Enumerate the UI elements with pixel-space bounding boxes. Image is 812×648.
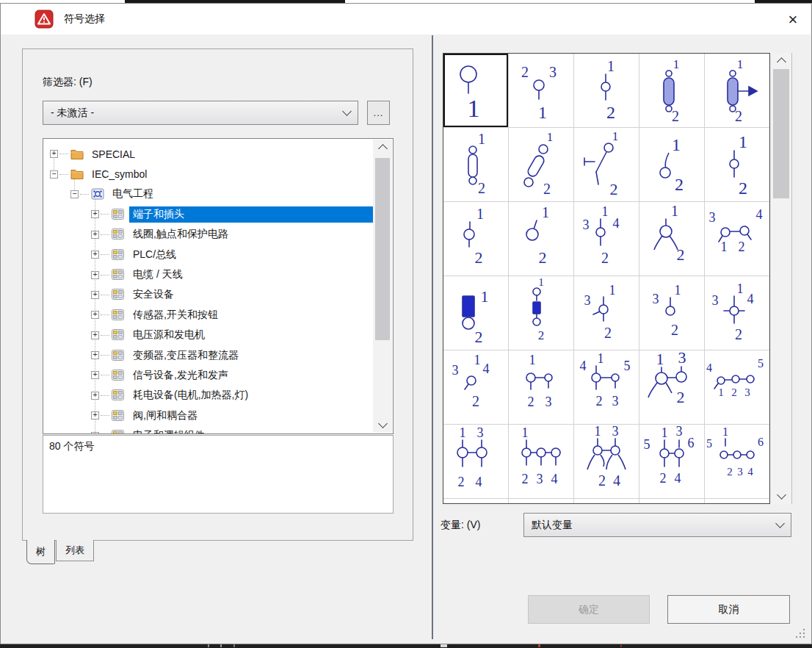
symbol-cell-terminal-1pin[interactable]: 12 bbox=[509, 202, 573, 276]
expand-icon[interactable]: + bbox=[91, 291, 99, 299]
symbol-cell-fuse-outline[interactable]: 12 bbox=[443, 128, 508, 201]
symbol-cell-clipped[interactable] bbox=[574, 499, 639, 504]
symbol-cell-terminal-4pin[interactable]: 3142 bbox=[574, 202, 639, 276]
symbol-cell-terminal-cross[interactable]: 3142 bbox=[705, 276, 769, 350]
symbol-cell-bridge-fork[interactable]: 132 bbox=[639, 350, 704, 424]
symbol-cell-clipped[interactable] bbox=[509, 499, 573, 504]
symbol-cell-terminal-curved[interactable]: 12 bbox=[639, 128, 704, 201]
symbol-cell-block-terminal[interactable]: 12 bbox=[443, 276, 508, 350]
ok-button[interactable]: 确定 bbox=[528, 595, 650, 624]
symbol-cell-clipped[interactable] bbox=[705, 499, 769, 504]
scroll-up-icon[interactable] bbox=[373, 140, 392, 154]
symbol-cell-fuse-terminal-arrow[interactable]: 12 bbox=[705, 54, 769, 127]
close-icon[interactable]: × bbox=[780, 9, 806, 31]
symbol-cell-terminal-3lbl[interactable]: 312 bbox=[639, 276, 704, 350]
symbol-cell-bridge-forks[interactable]: 1324 bbox=[574, 425, 639, 498]
title-bar[interactable]: 符号选择 bbox=[1, 4, 811, 35]
tree-item[interactable]: −电气工程 bbox=[44, 184, 374, 204]
tree-item-label[interactable]: 变频器,变压器和整流器 bbox=[129, 348, 242, 364]
symbol-cell-terminal-fork[interactable]: 12 bbox=[639, 202, 704, 276]
tree-item[interactable]: +电子和逻辑组件 bbox=[44, 425, 374, 433]
grid-scrollbar[interactable] bbox=[771, 53, 792, 504]
expand-icon[interactable]: + bbox=[91, 210, 99, 218]
symbol-cell-terminal-34[interactable]: 3142 bbox=[443, 350, 508, 424]
tab-tree[interactable]: 树 bbox=[26, 540, 55, 564]
expand-icon[interactable]: + bbox=[91, 251, 99, 259]
collapse-icon[interactable]: − bbox=[70, 190, 79, 198]
tree-item[interactable]: +阀,闸和耦合器 bbox=[44, 406, 374, 425]
tree-item[interactable]: +端子和插头 bbox=[44, 204, 374, 224]
expand-icon[interactable]: + bbox=[91, 231, 99, 239]
tree-item-label[interactable]: 电压源和发电机 bbox=[129, 327, 209, 343]
symbol-cell-bridge-2[interactable]: 123 bbox=[509, 350, 573, 424]
expand-icon[interactable]: + bbox=[91, 351, 99, 359]
symbol-cell-bridge-3-56[interactable]: 516234 bbox=[705, 425, 769, 498]
symbol-cell-terminal-2pin[interactable]: 12 bbox=[574, 54, 639, 127]
tree-item-label[interactable]: 阀,闸和耦合器 bbox=[129, 408, 201, 424]
filter-dropdown[interactable]: - 未激活 - bbox=[43, 101, 358, 125]
symbol-cell-clipped[interactable] bbox=[639, 499, 704, 504]
expand-icon[interactable]: + bbox=[91, 331, 99, 339]
tree-item[interactable]: +传感器,开关和按钮 bbox=[44, 305, 374, 325]
tree-item[interactable]: −IEC_symbol bbox=[44, 164, 374, 184]
resize-grip[interactable] bbox=[793, 627, 806, 639]
expand-icon[interactable]: + bbox=[91, 392, 99, 400]
scroll-down-icon[interactable] bbox=[771, 489, 791, 504]
tree-scrollbar-thumb[interactable] bbox=[375, 158, 390, 340]
expand-icon[interactable]: + bbox=[91, 411, 99, 420]
symbol-cell-block-chain[interactable]: 12 bbox=[509, 276, 573, 350]
expand-icon[interactable]: + bbox=[91, 271, 99, 279]
symbol-cell-bridge-2-45[interactable]: 41523 bbox=[574, 350, 639, 424]
collapse-icon[interactable]: − bbox=[50, 170, 58, 179]
symbol-cell-terminal-2pin-c[interactable]: 12 bbox=[443, 202, 508, 276]
tree-item-label[interactable]: 传感器,开关和按钮 bbox=[129, 307, 222, 323]
svg-text:2: 2 bbox=[731, 386, 737, 398]
symbol-cell-terminal-pair[interactable]: 3412 bbox=[705, 202, 769, 276]
symbol-cell-bridge-3[interactable]: 45123 bbox=[705, 350, 769, 424]
symbol-cell-terminal-3pin[interactable]: 231 bbox=[509, 54, 573, 127]
tree-item[interactable]: +电压源和发电机 bbox=[44, 325, 374, 345]
tree-scrollbar[interactable] bbox=[373, 140, 392, 433]
tree-item-label[interactable]: 电气工程 bbox=[109, 186, 157, 202]
symbol-cell-terminal-2pin-b[interactable]: 12 bbox=[705, 128, 769, 201]
tree-item-label[interactable]: 安全设备 bbox=[129, 287, 178, 303]
filter-browse-button[interactable]: ... bbox=[367, 101, 390, 125]
tree-item-label[interactable]: 耗电设备(电机,加热器,灯) bbox=[129, 387, 252, 403]
tree-item-label[interactable]: 信号设备,发光和发声 bbox=[129, 367, 232, 384]
tree-item-label[interactable]: 电子和逻辑组件 bbox=[129, 428, 209, 433]
symbol-cell-terminal-tick[interactable]: 312 bbox=[574, 276, 639, 350]
symbol-cell-fuse-terminal[interactable]: 12 bbox=[639, 54, 704, 127]
symbol-cell-fuse-diagonal[interactable]: 12 bbox=[509, 128, 573, 201]
tree-item[interactable]: +电缆 / 天线 bbox=[44, 264, 374, 284]
tree-item-label[interactable]: SPECIAL bbox=[88, 147, 139, 162]
symbol-cell-terminal-single[interactable]: 1 bbox=[443, 54, 508, 127]
tree-item[interactable]: +PLC/总线 bbox=[44, 245, 374, 264]
tree-item[interactable]: +SPECIAL bbox=[44, 144, 374, 164]
symbol-cell-bridge-56[interactable]: 513624 bbox=[639, 425, 704, 498]
expand-icon[interactable]: + bbox=[91, 432, 99, 433]
tree-item-label[interactable]: PLC/总线 bbox=[129, 247, 180, 263]
tree-item[interactable]: +耗电设备(电机,加热器,灯) bbox=[44, 386, 374, 406]
variant-dropdown[interactable]: 默认变量 bbox=[523, 513, 791, 537]
symbol-cell-switch-terminal[interactable]: 12 bbox=[574, 128, 639, 201]
expand-icon[interactable]: + bbox=[50, 150, 58, 158]
tree-item[interactable]: +信号设备,发光和发声 bbox=[44, 365, 374, 385]
tree-item[interactable]: +变频器,变压器和整流器 bbox=[44, 345, 374, 365]
tree-item-label[interactable]: 电缆 / 天线 bbox=[129, 267, 186, 283]
scroll-down-icon[interactable] bbox=[373, 418, 392, 433]
expand-icon[interactable]: + bbox=[91, 311, 99, 319]
tree-item[interactable]: +安全设备 bbox=[44, 285, 374, 305]
scroll-up-icon[interactable] bbox=[771, 53, 791, 68]
tree-item-label[interactable]: 线圈,触点和保护电路 bbox=[129, 226, 232, 242]
expand-icon[interactable]: + bbox=[91, 371, 99, 379]
tree-item-label[interactable]: 端子和插头 bbox=[129, 206, 374, 223]
symbol-cell-bridge-2x2[interactable]: 1324 bbox=[443, 425, 508, 498]
cancel-button[interactable]: 取消 bbox=[667, 595, 790, 624]
tree-item-label[interactable]: IEC_symbol bbox=[88, 167, 151, 181]
pane-splitter[interactable] bbox=[432, 35, 433, 639]
symbol-cell-clipped[interactable] bbox=[443, 499, 508, 504]
tab-list[interactable]: 列表 bbox=[56, 540, 94, 561]
grid-scrollbar-thumb[interactable] bbox=[773, 69, 789, 198]
tree-item[interactable]: +线圈,触点和保护电路 bbox=[44, 225, 374, 245]
symbol-cell-bridge-3x1[interactable]: 1234 bbox=[509, 425, 573, 498]
